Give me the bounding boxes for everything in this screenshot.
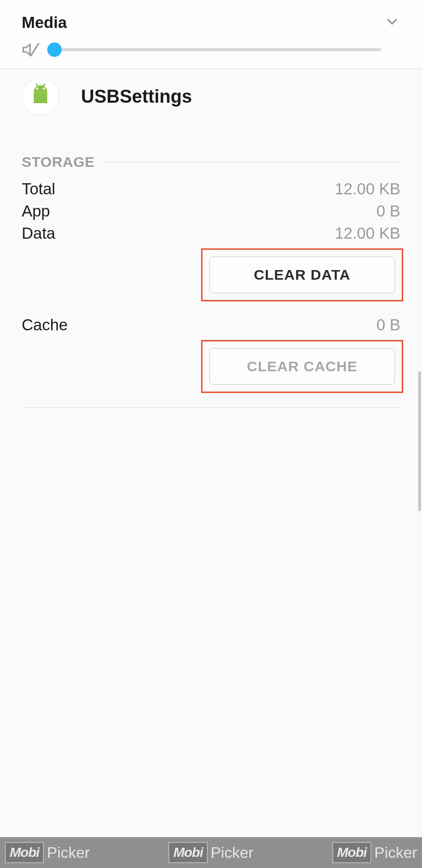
app-header-row: USBSettings [22,69,400,130]
storage-row-total: Total 12.00 KB [22,180,400,198]
storage-cache-label: Cache [22,316,68,334]
watermark-mobi: Mobi [5,842,44,863]
volume-stream-title: Media [22,14,67,32]
app-icon [22,78,59,115]
volume-slider-row [22,41,400,59]
clear-data-button[interactable]: CLEAR DATA [209,257,395,293]
volume-mute-icon[interactable] [22,41,40,59]
watermark-center: Mobi Picker [168,842,253,863]
svg-marker-0 [23,44,30,55]
watermark-picker: Picker [374,844,417,862]
storage-section-title: STORAGE [22,154,95,170]
clear-cache-button[interactable]: CLEAR CACHE [209,348,395,385]
storage-total-label: Total [22,180,55,198]
clear-cache-highlight: CLEAR CACHE [201,340,403,393]
svg-point-5 [43,88,45,90]
watermark-picker: Picker [211,844,254,862]
watermark-picker: Picker [47,844,90,862]
scrollbar[interactable] [418,371,421,511]
volume-header: Media [22,14,400,32]
volume-slider-thumb[interactable] [47,42,62,57]
storage-app-value: 0 B [376,202,400,220]
watermark-left: Mobi Picker [5,842,90,863]
svg-line-3 [43,83,45,86]
storage-data-label: Data [22,224,55,243]
app-name: USBSettings [81,86,192,107]
watermark-right: Mobi Picker [332,842,417,863]
storage-total-value: 12.00 KB [335,180,400,198]
volume-panel: Media [0,0,422,69]
svg-line-1 [31,43,39,55]
svg-line-2 [36,83,38,86]
volume-slider-track[interactable] [54,48,381,51]
watermark-mobi: Mobi [332,842,371,863]
section-divider [104,162,400,163]
storage-row-data: Data 12.00 KB [22,224,400,243]
storage-data-value: 12.00 KB [335,224,400,243]
android-robot-icon [27,83,54,110]
clear-data-wrap: CLEAR DATA [22,248,403,301]
storage-row-cache: Cache 0 B [22,316,400,334]
storage-section-header: STORAGE [22,154,400,170]
svg-point-4 [36,88,38,90]
watermark-bar: Mobi Picker Mobi Picker Mobi Picker [0,837,422,868]
bottom-divider [22,407,400,408]
chevron-down-icon[interactable] [384,14,400,32]
clear-data-highlight: CLEAR DATA [201,248,403,301]
storage-row-app: App 0 B [22,202,400,220]
storage-app-label: App [22,202,50,220]
clear-cache-wrap: CLEAR CACHE [22,340,403,393]
app-info-content: USBSettings STORAGE Total 12.00 KB App 0… [0,69,422,408]
storage-cache-value: 0 B [376,316,400,334]
watermark-mobi: Mobi [168,842,207,863]
